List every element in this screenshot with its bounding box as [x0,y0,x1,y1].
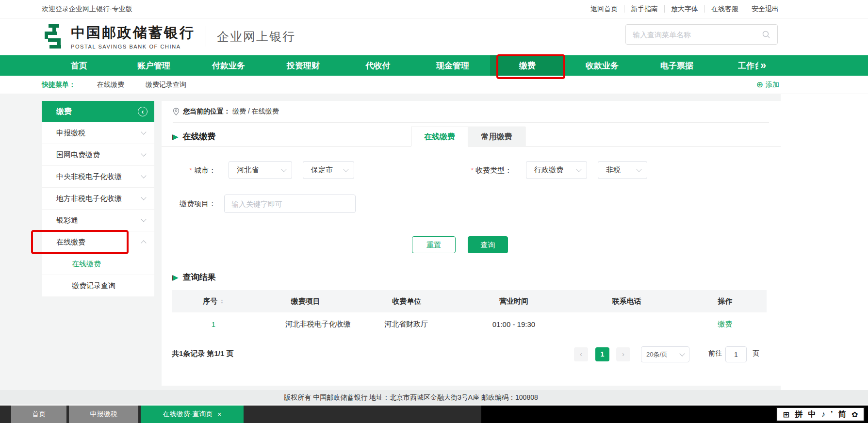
breadcrumb-prefix: 您当前的位置： [183,107,230,116]
sidebar-item-state-grid-electricity[interactable]: 国网电费缴费 [42,144,154,166]
fee-type-value-2: 非税 [606,165,621,175]
main-panel: 您当前的位置： 缴费 / 在线缴费 ▶ 在线缴费 在线缴费 常用缴费 城市： 河… [162,101,781,386]
sort-icon[interactable]: ▲ ▼ [220,299,224,304]
link-font-size[interactable]: 放大字体 [658,5,698,14]
taskbar-tab-label: 申报缴税 [90,410,117,419]
sidebar-collapse-button[interactable]: ‹ [138,107,147,116]
project-label: 缴费项目： [162,195,216,213]
sidebar-item-yincaitong[interactable]: 银彩通 [42,210,154,231]
add-label: 添加 [766,81,779,89]
pagination: 共1条记录 第1/1 页 ‹ 1 › 20条/页 前往 页 [172,346,777,362]
sidebar-item-label: 申报缴税 [56,129,85,138]
col-unit: 收费单位 [356,297,457,306]
nav-label: 现金管理 [436,60,469,71]
sidebar-item-central-nontax[interactable]: 中央非税电子化收缴 [42,166,154,188]
sidebar-subitem-online-payment[interactable]: 在线缴费 [42,253,154,275]
taskbar-tab-online-payment-query[interactable]: 在线缴费-查询页 × [141,406,244,423]
nav-item-payments[interactable]: 付款业务 [191,55,266,76]
breadcrumb-divider [173,122,769,123]
menu-search-box [625,24,778,45]
taskbar-tab-home[interactable]: 首页 [11,406,66,423]
chevron-down-icon [141,216,146,222]
location-icon [173,108,180,115]
sidebar-item-local-nontax[interactable]: 地方非税电子化收缴 [42,188,154,210]
link-online-service[interactable]: 在线客服 [698,5,738,14]
province-select[interactable]: 河北省 [229,161,292,179]
menu-search-input[interactable] [633,31,762,39]
bank-name-cn: 中国邮政储蓄银行 [71,23,195,43]
form-row-project: 缴费项目： [162,195,781,213]
nav-label: 投资理财 [287,60,320,71]
chevron-down-icon [141,173,146,178]
nav-item-cash-management[interactable]: 现金管理 [415,55,490,76]
ime-skin-icon[interactable]: ✿ [852,410,858,419]
sidebar-item-tax-declaration[interactable]: 申报缴税 [42,122,154,144]
page-size-value: 20条/页 [646,350,668,359]
ime-chinese-mode-icon[interactable]: 中 [808,409,816,420]
goto-page-input[interactable] [725,346,747,362]
link-logout[interactable]: 安全退出 [738,5,779,14]
nav-more-chevron-icon[interactable]: » [760,59,765,72]
nav-item-accounts[interactable]: 账户管理 [116,55,191,76]
nav-item-fee-payment[interactable]: 缴费 [490,55,565,76]
nav-item-workbench[interactable]: 工作台 » [714,55,789,76]
add-quick-menu-button[interactable]: ⊕ 添加 [756,80,779,90]
ime-pinyin-icon[interactable]: 拼 [795,409,802,420]
nav-item-e-bills[interactable]: 电子票据 [639,55,714,76]
fee-type-select-1[interactable]: 行政缴费 [526,161,587,179]
nav-label: 缴费 [519,60,536,71]
project-keyword-input[interactable] [224,195,356,213]
table-row: 1 河北非税电子化收缴 河北省财政厅 01:00 - 19:30 缴费 [172,312,767,336]
bank-name-en: POSTAL SAVINGS BANK OF CHINA [71,44,195,49]
city-select[interactable]: 保定市 [303,161,354,179]
pay-action-link[interactable]: 缴费 [718,320,732,328]
quick-menu-item-payment-records[interactable]: 缴费记录查询 [146,81,186,89]
nav-item-receivables[interactable]: 收款业务 [565,55,639,76]
sidebar-header: 缴费 ‹ [42,101,154,122]
sidebar-item-label: 在线缴费 [56,238,85,247]
topbar-links: 返回首页 新手指南 放大字体 在线客服 安全退出 [590,5,779,14]
ime-sound-icon[interactable]: ♪ [821,410,825,419]
col-seq: 序号 ▲ ▼ [172,297,255,306]
link-guide[interactable]: 新手指南 [618,5,658,14]
reset-button[interactable]: 重置 [412,236,456,253]
tab-online-payment[interactable]: 在线缴费 [411,127,468,146]
next-page-button[interactable]: › [616,347,630,361]
plus-circle-icon: ⊕ [756,80,763,90]
close-icon[interactable]: × [217,410,221,418]
breadcrumb-path: 缴费 / 在线缴费 [232,107,279,116]
app-taskbar: 首页 申报缴税 在线缴费-查询页 × ⊞ 拼 中 ♪ ’ 简 ✿ [0,406,868,423]
results-table: 序号 ▲ ▼ 缴费项目 收费单位 营业时间 联系电话 操作 1 河北非税电子化收… [172,290,767,336]
sidebar-subitem-payment-records[interactable]: 缴费记录查询 [42,275,154,297]
ime-punctuation-icon[interactable]: ’ [831,410,833,419]
header-divider [206,26,206,47]
sort-down-icon[interactable]: ▼ [221,301,224,304]
page-number-button[interactable]: 1 [595,347,609,361]
sidebar-item-online-payment[interactable]: 在线缴费 [42,231,154,253]
nav-item-home[interactable]: 首页 [42,55,116,76]
chevron-down-icon [141,129,146,134]
page-size-select[interactable]: 20条/页 [641,346,689,362]
prev-page-button[interactable]: ‹ [574,347,588,361]
nav-label: 收款业务 [586,60,619,71]
fee-type-select-2[interactable]: 非税 [598,161,647,179]
ime-toolbar[interactable]: ⊞ 拼 中 ♪ ’ 简 ✿ [776,407,865,422]
quick-menu-item-online-payment[interactable]: 在线缴费 [97,81,124,89]
nav-item-investment[interactable]: 投资理财 [266,55,341,76]
nav-item-collection-payment[interactable]: 代收付 [341,55,415,76]
search-icon[interactable] [762,30,770,39]
nav-label: 工作台 [738,60,758,71]
ime-simplified-icon[interactable]: 简 [838,409,846,420]
ime-grid-icon[interactable]: ⊞ [783,410,789,419]
sidebar-subitem-label: 在线缴费 [72,260,101,269]
province-value: 河北省 [237,165,259,175]
taskbar-tab-tax-declaration[interactable]: 申报缴税 [69,406,138,423]
sidebar-item-label: 国网电费缴费 [56,150,100,160]
col-action: 操作 [683,297,767,306]
section-arrow-icon: ▶ [173,132,179,141]
link-home[interactable]: 返回首页 [590,5,618,14]
query-button[interactable]: 查询 [468,236,508,253]
tab-frequent-payment[interactable]: 常用缴费 [468,127,525,146]
chevron-down-icon [141,195,146,200]
col-project: 缴费项目 [255,297,356,306]
